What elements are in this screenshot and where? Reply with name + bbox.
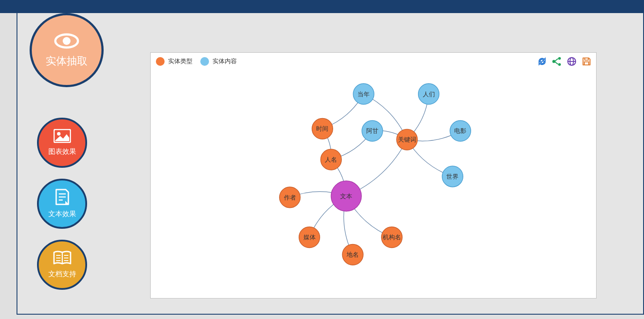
- graph-node-person[interactable]: 人名: [320, 149, 341, 170]
- sidebar-item-chart-effect[interactable]: 图表效果: [37, 118, 87, 168]
- network-graph[interactable]: 文本作者媒体地名机构名人名时间关键词当年阿甘人们电影世界: [151, 53, 596, 298]
- graph-node-keyword[interactable]: 关键词: [397, 129, 418, 150]
- eye-icon: [54, 32, 80, 51]
- svg-point-27: [320, 149, 341, 170]
- svg-point-29: [397, 129, 418, 150]
- graph-node-org[interactable]: 机构名: [381, 227, 402, 248]
- document-icon: [55, 189, 70, 207]
- svg-point-24: [299, 227, 320, 248]
- graph-node-world[interactable]: 世界: [442, 166, 463, 187]
- sidebar-item-label: 图表效果: [48, 147, 76, 156]
- graph-panel: 实体类型 实体内容: [150, 52, 597, 299]
- svg-point-33: [450, 120, 471, 141]
- top-bar: [0, 0, 644, 13]
- sidebar: 实体抽取 图表效果 文本效果: [17, 13, 105, 314]
- graph-node-media[interactable]: 媒体: [299, 227, 320, 248]
- sidebar-main-label: 实体抽取: [46, 54, 88, 68]
- book-icon: [53, 251, 71, 267]
- graph-node-author[interactable]: 作者: [280, 187, 300, 208]
- sidebar-item-text-effect[interactable]: 文本效果: [37, 179, 87, 229]
- graph-node-place[interactable]: 地名: [342, 244, 363, 265]
- svg-point-31: [362, 120, 383, 141]
- svg-point-3: [57, 132, 61, 136]
- graph-node-text[interactable]: 文本: [331, 181, 361, 211]
- svg-point-25: [342, 244, 363, 265]
- svg-point-30: [353, 84, 374, 105]
- sidebar-item-doc-support[interactable]: 文档支持: [37, 240, 87, 290]
- sidebar-item-label: 文本效果: [48, 210, 76, 219]
- svg-point-23: [280, 187, 300, 208]
- content-area: 实体抽取 图表效果 文本效果: [17, 13, 644, 315]
- svg-point-32: [418, 84, 439, 105]
- svg-point-22: [331, 181, 361, 211]
- svg-point-34: [442, 166, 463, 187]
- sidebar-item-label: 文档支持: [48, 270, 76, 279]
- graph-node-movie[interactable]: 电影: [450, 120, 471, 141]
- svg-point-26: [381, 227, 402, 248]
- graph-node-time[interactable]: 时间: [312, 118, 333, 139]
- graph-node-agan[interactable]: 阿甘: [362, 120, 383, 141]
- graph-node-thisyear[interactable]: 当年: [353, 84, 374, 105]
- svg-point-1: [63, 37, 71, 45]
- svg-point-28: [312, 118, 333, 139]
- sidebar-main-entity-extract[interactable]: 实体抽取: [30, 13, 104, 87]
- image-icon: [54, 129, 71, 145]
- graph-node-people[interactable]: 人们: [418, 84, 439, 105]
